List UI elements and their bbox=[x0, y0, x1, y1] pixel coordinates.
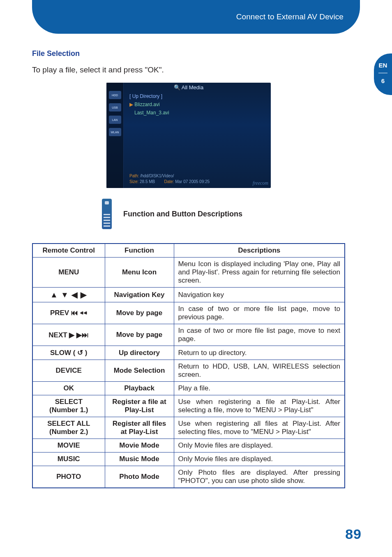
function-table: Remote Control Function Descriptions MEN… bbox=[32, 243, 345, 488]
cell-remote: NEXT ▶ ▶⏭ bbox=[32, 324, 105, 346]
cell-remote: PREV ⏮ ◀◀ bbox=[32, 302, 105, 324]
screenshot-footer: Path: /hdd/DISK1/Video/ Size: 28.5 MB Da… bbox=[129, 173, 267, 185]
cell-description: Only Movie files are displayed. bbox=[174, 453, 345, 466]
cell-function: Menu Icon bbox=[105, 258, 174, 288]
cell-description: Only Movie files are displayed. bbox=[174, 439, 345, 453]
table-row: OKPlaybackPlay a file. bbox=[32, 382, 345, 395]
size-label: Size: bbox=[129, 179, 138, 184]
screenshot-title: All Media bbox=[174, 84, 203, 91]
header-bar: Connect to External AV Device bbox=[32, 0, 360, 34]
table-body: MENUMenu IconMenu Icon is displayed incl… bbox=[32, 258, 345, 488]
cell-function: Playback bbox=[105, 382, 174, 395]
cell-description: In case of two or more file list page, m… bbox=[174, 302, 345, 324]
table-row: MOVIEMovie ModeOnly Movie files are disp… bbox=[32, 439, 345, 453]
table-header-row: Remote Control Function Descriptions bbox=[32, 244, 345, 258]
side-tab-number: 6 bbox=[381, 77, 385, 84]
screenshot-brand: freecom bbox=[253, 180, 268, 186]
cell-remote: OK bbox=[32, 382, 105, 395]
screenshot-file-list: [ Up Directory ] Blizzard.avi Last_Man_3… bbox=[129, 93, 169, 116]
th-descriptions: Descriptions bbox=[174, 244, 345, 258]
cell-function: Up directory bbox=[105, 346, 174, 360]
cell-description: Use when registering all files at Play-L… bbox=[174, 417, 345, 439]
cell-function: Move by page bbox=[105, 324, 174, 346]
table-row: DEVICEMode SelectionReturn to HDD, USB, … bbox=[32, 360, 345, 382]
path-label: Path: bbox=[129, 174, 139, 178]
cell-description: Use when registering a file at Play-List… bbox=[174, 395, 345, 417]
wlan-icon: WLAN bbox=[109, 128, 121, 136]
section-title: File Selection bbox=[32, 49, 345, 58]
cell-remote: SELECT ALL (Number 2.) bbox=[32, 417, 105, 439]
table-row: PHOTOPhoto ModeOnly Photo files are disp… bbox=[32, 466, 345, 488]
file-item-selected: Blizzard.avi bbox=[129, 102, 169, 107]
cell-function: Photo Mode bbox=[105, 466, 174, 488]
cell-function: Navigation Key bbox=[105, 288, 174, 302]
embedded-screenshot: HDD USB LAN WLAN All Media [ Up Director… bbox=[106, 83, 271, 188]
date-value: Mar 07 2005 09:25 bbox=[175, 179, 210, 184]
th-remote: Remote Control bbox=[32, 244, 105, 258]
cell-function: Music Mode bbox=[105, 453, 174, 466]
cell-description: In case of two or more file list page, m… bbox=[174, 324, 345, 346]
cell-description: Only Photo files are displayed. After pr… bbox=[174, 466, 345, 488]
function-heading-row: Function and Button Descriptions bbox=[32, 199, 345, 229]
cell-remote: MUSIC bbox=[32, 453, 105, 466]
th-function: Function bbox=[105, 244, 174, 258]
screenshot-wrap: HDD USB LAN WLAN All Media [ Up Director… bbox=[32, 83, 345, 188]
side-tab-divider bbox=[378, 73, 387, 73]
table-row: MENUMenu IconMenu Icon is displayed incl… bbox=[32, 258, 345, 288]
lan-icon: LAN bbox=[109, 116, 121, 124]
cell-function: Movie Mode bbox=[105, 439, 174, 453]
cell-function: Mode Selection bbox=[105, 360, 174, 382]
cell-function: Move by page bbox=[105, 302, 174, 324]
table-row: NEXT ▶ ▶⏭Move by pageIn case of two or m… bbox=[32, 324, 345, 346]
table-row: SLOW ( ↺ )Up directoryReturn to up direc… bbox=[32, 346, 345, 360]
hdd-icon: HDD bbox=[109, 91, 121, 99]
side-tab-lang: EN bbox=[379, 62, 387, 69]
header-title: Connect to External AV Device bbox=[236, 12, 344, 21]
content: File Selection To play a file, select it… bbox=[32, 49, 345, 488]
usb-icon: USB bbox=[109, 103, 121, 111]
cell-description: Return to HDD, USB, LAN, WIRELESS select… bbox=[174, 360, 345, 382]
cell-description: Menu Icon is displayed including 'Play o… bbox=[174, 258, 345, 288]
cell-remote: MOVIE bbox=[32, 439, 105, 453]
size-value: 28.5 MB bbox=[140, 179, 155, 184]
page-number: 89 bbox=[345, 526, 362, 542]
file-item: Last_Man_3.avi bbox=[129, 110, 169, 116]
path-value: /hdd/DISK1/Video/ bbox=[140, 174, 174, 178]
date-label: Date: bbox=[164, 179, 174, 184]
table-row: SELECT (Number 1.)Register a file at Pla… bbox=[32, 395, 345, 417]
cell-function: Register a file at Play-List bbox=[105, 395, 174, 417]
cell-remote: ▲ ▼ ◀ ▶ bbox=[32, 288, 105, 302]
table-row: SELECT ALL (Number 2.)Register all files… bbox=[32, 417, 345, 439]
side-tab: EN 6 bbox=[374, 53, 392, 95]
cell-remote: DEVICE bbox=[32, 360, 105, 382]
cell-description: Navigation key bbox=[174, 288, 345, 302]
screenshot-sidebar: HDD USB LAN WLAN bbox=[106, 83, 124, 188]
cell-remote: MENU bbox=[32, 258, 105, 288]
table-row: MUSICMusic ModeOnly Movie files are disp… bbox=[32, 453, 345, 466]
remote-control-icon bbox=[102, 199, 112, 229]
table-row: PREV ⏮ ◀◀Move by pageIn case of two or m… bbox=[32, 302, 345, 324]
function-heading: Function and Button Descriptions bbox=[123, 210, 242, 218]
cell-function: Register all files at Play-List bbox=[105, 417, 174, 439]
cell-remote: SLOW ( ↺ ) bbox=[32, 346, 105, 360]
page: Connect to External AV Device EN 6 File … bbox=[0, 0, 392, 557]
table-row: ▲ ▼ ◀ ▶Navigation KeyNavigation key bbox=[32, 288, 345, 302]
cell-remote: PHOTO bbox=[32, 466, 105, 488]
up-directory-item: [ Up Directory ] bbox=[129, 93, 169, 99]
section-intro: To play a file, select it and press "OK"… bbox=[32, 65, 345, 74]
cell-description: Return to up directory. bbox=[174, 346, 345, 360]
cell-remote: SELECT (Number 1.) bbox=[32, 395, 105, 417]
cell-description: Play a file. bbox=[174, 382, 345, 395]
